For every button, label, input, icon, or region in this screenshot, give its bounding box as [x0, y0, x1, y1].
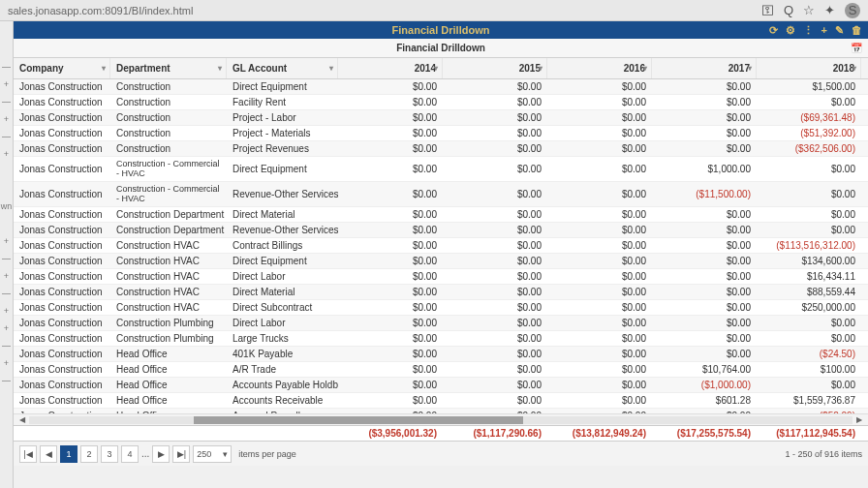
cell: $134,600.00 — [757, 254, 861, 268]
cell: Construction — [110, 110, 227, 125]
rail-toggle[interactable]: — — [2, 95, 11, 109]
scroll-left-icon[interactable]: ◀ — [17, 415, 27, 424]
delete-icon[interactable]: 🗑 — [852, 24, 862, 37]
cell: $0.00 — [443, 347, 547, 361]
rail-toggle[interactable]: — — [2, 374, 11, 388]
cell: Head Office — [110, 362, 227, 377]
cell: $0.00 — [547, 207, 652, 222]
table-row[interactable]: Jonas ConstructionConstructionFacility R… — [14, 95, 868, 110]
page-size-select[interactable]: 250▾ — [193, 445, 232, 463]
rail-toggle[interactable]: — — [2, 252, 11, 266]
table-row[interactable]: Jonas ConstructionConstruction HVACDirec… — [14, 285, 868, 300]
column-header[interactable]: Company▾ — [14, 58, 110, 78]
rail-toggle[interactable]: + — [4, 112, 9, 127]
column-label: 2015 — [519, 63, 541, 74]
cell: $0.00 — [547, 362, 652, 377]
table-row[interactable]: Jonas ConstructionConstruction - Commerc… — [14, 182, 868, 207]
rail-toggle[interactable]: + — [4, 304, 9, 319]
filter-icon[interactable]: ▾ — [539, 64, 542, 73]
key-icon[interactable]: ⚿ — [761, 3, 774, 17]
filter-icon[interactable]: ▾ — [329, 64, 333, 73]
table-row[interactable]: Jonas ConstructionConstructionProject Re… — [14, 141, 868, 157]
add-icon[interactable]: + — [822, 24, 827, 37]
column-header[interactable]: Department▾ — [110, 58, 227, 78]
refresh-icon[interactable]: ⟳ — [769, 24, 778, 37]
table-row[interactable]: Jonas ConstructionConstruction PlumbingD… — [14, 316, 868, 331]
gear-icon[interactable]: ⚙ — [786, 24, 795, 37]
page-number-button[interactable]: 1 — [60, 445, 78, 463]
table-row[interactable]: Jonas ConstructionConstruction HVACDirec… — [14, 254, 868, 269]
table-row[interactable]: Jonas ConstructionConstruction - Commerc… — [14, 157, 868, 182]
total-cell: ($117,112,945.54) — [757, 426, 861, 441]
cell: $0.00 — [547, 182, 652, 206]
rail-toggle[interactable]: + — [4, 269, 9, 284]
rail-toggle[interactable]: wn — [1, 199, 13, 214]
rail-toggle[interactable]: + — [4, 321, 9, 336]
cell: $0.00 — [338, 157, 443, 181]
table-row[interactable]: Jonas ConstructionHead OfficeAccounts Re… — [14, 393, 868, 409]
rail-toggle[interactable]: + — [4, 147, 9, 162]
table-row[interactable]: Jonas ConstructionHead OfficeAccounts Pa… — [14, 378, 868, 393]
cell: $0.00 — [757, 316, 861, 330]
cell: Direct Equipment — [227, 79, 338, 94]
page-number-button[interactable]: 2 — [80, 445, 98, 463]
table-row[interactable]: Jonas ConstructionConstructionProject - … — [14, 126, 868, 141]
scroll-track[interactable] — [29, 416, 852, 424]
filter-icon[interactable]: ▾ — [852, 64, 856, 73]
rail-toggle[interactable]: — — [2, 287, 11, 301]
filter-icon[interactable]: ▾ — [218, 64, 222, 73]
table-row[interactable]: Jonas ConstructionConstruction HVACContr… — [14, 238, 868, 254]
table-row[interactable]: Jonas ConstructionConstructionProject - … — [14, 110, 868, 126]
last-page-button[interactable]: ▶| — [172, 445, 190, 463]
rail-toggle[interactable]: + — [4, 356, 9, 371]
cell: Construction HVAC — [110, 285, 227, 299]
cell: $601.28 — [652, 393, 757, 408]
first-page-button[interactable]: |◀ — [19, 445, 37, 463]
table-row[interactable]: Jonas ConstructionHead OfficeA/R Trade$0… — [14, 362, 868, 378]
calendar-icon[interactable]: 📅 — [851, 43, 862, 53]
table-row[interactable]: Jonas ConstructionConstructionDirect Equ… — [14, 79, 868, 95]
table-row[interactable]: Jonas ConstructionConstruction PlumbingL… — [14, 331, 868, 347]
column-header[interactable]: 2014▾ — [338, 58, 443, 78]
column-header[interactable]: 2016▾ — [547, 58, 652, 78]
browser-actions: ⚿ Q ☆ ✦ S — [761, 3, 860, 18]
filter-icon[interactable]: ▾ — [643, 64, 647, 73]
extension-icon[interactable]: ✦ — [824, 3, 835, 17]
avatar[interactable]: S — [845, 3, 860, 18]
page-number-button[interactable]: 3 — [101, 445, 118, 463]
next-page-button[interactable]: ▶ — [152, 445, 170, 463]
column-label: 2016 — [624, 63, 645, 74]
rail-toggle[interactable]: + — [4, 77, 9, 92]
filter-icon[interactable]: ▾ — [102, 64, 106, 73]
column-header[interactable]: 2018▾ — [757, 58, 861, 78]
column-header[interactable]: 2015▾ — [443, 58, 547, 78]
star-icon[interactable]: ☆ — [803, 3, 815, 17]
page-number-button[interactable]: 4 — [121, 445, 139, 463]
cell: Direct Equipment — [227, 157, 338, 181]
total-cell: ($13,812,949.24) — [547, 426, 652, 441]
rail-toggle[interactable]: — — [2, 130, 11, 144]
filter-icon[interactable]: ▾ — [748, 64, 752, 73]
table-row[interactable]: Jonas ConstructionHead Office401K Payabl… — [14, 347, 868, 362]
table-row[interactable]: Jonas ConstructionConstruction Departmen… — [14, 207, 868, 223]
cell: $0.00 — [547, 126, 652, 140]
prev-page-button[interactable]: ◀ — [40, 445, 57, 463]
rail-toggle[interactable]: — — [2, 60, 11, 75]
filter-icon[interactable]: ▾ — [434, 64, 438, 73]
table-row[interactable]: Jonas ConstructionConstruction HVACDirec… — [14, 300, 868, 316]
scroll-right-icon[interactable]: ▶ — [854, 415, 864, 424]
total-cell — [14, 426, 110, 441]
rail-toggle[interactable]: — — [2, 339, 11, 353]
scroll-thumb[interactable] — [194, 416, 523, 424]
cell: Construction — [110, 141, 227, 156]
table-row[interactable]: Jonas ConstructionConstruction HVACDirec… — [14, 269, 868, 285]
cell: $0.00 — [443, 79, 547, 94]
column-header[interactable]: GL Account▾ — [227, 58, 338, 78]
more-icon[interactable]: ⋮ — [803, 24, 814, 37]
rail-toggle[interactable]: + — [4, 234, 9, 249]
edit-icon[interactable]: ✎ — [835, 24, 844, 37]
table-row[interactable]: Jonas ConstructionConstruction Departmen… — [14, 223, 868, 238]
search-icon[interactable]: Q — [784, 3, 793, 17]
cell: $1,559,736.87 — [757, 393, 861, 408]
column-header[interactable]: 2017▾ — [652, 58, 757, 78]
